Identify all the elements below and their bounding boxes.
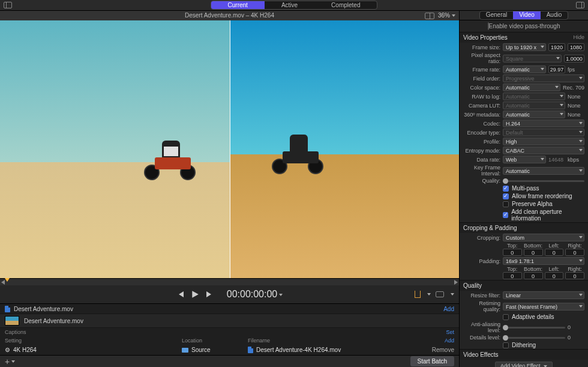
output-row[interactable]: ⚙4K H264 Source Desert Adventure-4K H264…: [0, 345, 459, 355]
effects-header: Video Effects: [463, 351, 499, 358]
pad-top[interactable]: 0: [503, 272, 522, 279]
batch-area: Desert Adventure.mov Add Desert Adventur…: [0, 303, 459, 355]
inspector-tabs[interactable]: General Video Audio: [479, 11, 569, 20]
pixel-aspect-select: Square: [503, 55, 562, 62]
preview-titlebar: Desert Adventure.mov – 4K H264 36%: [0, 11, 459, 20]
crop-top[interactable]: 0: [503, 249, 522, 256]
passthrough-checkbox[interactable]: [488, 22, 489, 30]
profile-select[interactable]: High: [503, 138, 584, 145]
chevron-down-icon: [11, 360, 15, 363]
cropping-select[interactable]: Custom: [503, 234, 584, 241]
remove-output-button[interactable]: Remove: [424, 347, 454, 353]
col-filename: Filename: [248, 338, 424, 344]
hide-button[interactable]: Hide: [573, 34, 584, 41]
play-button[interactable]: [191, 290, 199, 299]
frame-size-select[interactable]: Up to 1920 x 1080: [503, 43, 546, 51]
preview-title: Desert Adventure.mov – 4K H264: [185, 12, 274, 19]
entropy-select[interactable]: CABAC: [503, 147, 584, 154]
add-batch-button[interactable]: Add: [443, 306, 454, 312]
pad-left[interactable]: 0: [545, 272, 564, 279]
tab-completed[interactable]: Completed: [314, 1, 377, 9]
retiming-select[interactable]: Fast (Nearest Frame): [503, 303, 584, 311]
color-space-select[interactable]: Automatic: [503, 83, 560, 91]
next-frame-button[interactable]: [205, 290, 214, 299]
dithering-checkbox[interactable]: [503, 342, 509, 348]
add-output-button[interactable]: Add: [424, 338, 454, 344]
col-setting: Setting: [5, 338, 182, 344]
crop-left[interactable]: 0: [545, 249, 564, 256]
alpha-checkbox[interactable]: [503, 201, 509, 207]
prev-frame-button[interactable]: [176, 290, 185, 299]
sidebar-toggle-icon[interactable]: [4, 2, 12, 8]
width-field[interactable]: 1920: [548, 43, 565, 51]
add-button[interactable]: +: [5, 357, 10, 366]
encoder-select: Default: [503, 129, 584, 136]
footer: + Start Batch: [0, 355, 459, 367]
pad-right[interactable]: 0: [565, 272, 584, 279]
set-captions-button[interactable]: Set: [424, 329, 454, 335]
compare-icon[interactable]: [436, 291, 444, 297]
crop-right[interactable]: 0: [565, 249, 584, 256]
transport-controls: 00:00:00:00: [0, 285, 459, 303]
codec-select[interactable]: H.264: [503, 120, 584, 127]
marker-icon[interactable]: [415, 291, 421, 298]
zoom-level[interactable]: 36%: [438, 11, 455, 20]
view-segmented[interactable]: Current Active Completed: [211, 1, 378, 10]
video-preview: [0, 20, 459, 278]
chevron-down-icon: [544, 365, 547, 367]
data-rate-select[interactable]: Web publishing: [503, 156, 546, 163]
captions-label: Captions: [5, 329, 182, 335]
tab-current[interactable]: Current: [211, 1, 265, 9]
keyframe-select[interactable]: Automatic: [503, 167, 584, 175]
aperture-checkbox[interactable]: [503, 212, 508, 218]
inspector-toggle-icon[interactable]: [576, 2, 584, 8]
antialias-slider[interactable]: [503, 327, 565, 329]
inspector: General Video Audio Enable video pass-th…: [459, 11, 588, 367]
tab-general[interactable]: General: [480, 11, 514, 19]
adaptive-checkbox[interactable]: [503, 314, 509, 320]
main-toolbar: Current Active Completed: [0, 0, 588, 11]
playhead[interactable]: [5, 278, 10, 282]
job-name: Desert Adventure.mov: [24, 318, 83, 324]
quality-slider[interactable]: [503, 180, 584, 182]
tab-audio[interactable]: Audio: [541, 11, 568, 19]
meta360-select[interactable]: Automatic: [503, 111, 565, 118]
job-row[interactable]: Desert Adventure.mov: [0, 314, 459, 328]
padding-select[interactable]: 16x9 1.78:1: [503, 257, 584, 265]
pixel-aspect-field: 1.0000: [564, 55, 584, 62]
chevron-down-icon: [452, 14, 455, 17]
crop-bottom[interactable]: 0: [524, 249, 543, 256]
batch-name: Desert Adventure.mov: [14, 306, 73, 312]
document-icon: [5, 306, 10, 312]
height-field[interactable]: 1080: [568, 43, 584, 51]
resize-select[interactable]: Linear: [503, 291, 584, 299]
fps-field[interactable]: 29.97: [548, 65, 565, 73]
quality-header: Quality: [463, 282, 482, 289]
frame-rate-select[interactable]: Automatic: [503, 65, 546, 73]
pad-bottom[interactable]: 0: [524, 272, 543, 279]
tab-video[interactable]: Video: [513, 11, 540, 19]
details-slider[interactable]: [503, 337, 565, 339]
chevron-down-icon: [427, 293, 431, 296]
chevron-down-icon: [279, 294, 283, 296]
folder-icon: [182, 348, 188, 353]
cropping-header: Cropping & Padding: [463, 225, 517, 231]
comparison-divider[interactable]: [230, 20, 230, 278]
camera-lut-select: Automatic: [503, 102, 565, 109]
add-effect-button[interactable]: Add Video Effect: [495, 362, 553, 367]
timeline[interactable]: [0, 278, 459, 285]
field-order-select: Progressive: [503, 74, 584, 82]
job-thumbnail: [5, 316, 19, 326]
document-icon: [248, 347, 253, 353]
gear-icon: ⚙: [5, 347, 10, 353]
chevron-down-icon: [451, 293, 454, 296]
col-location: Location: [182, 338, 248, 344]
timecode[interactable]: 00:00:00:00: [227, 289, 283, 300]
split-layout-icon[interactable]: [425, 13, 434, 19]
tab-active[interactable]: Active: [265, 1, 314, 9]
multipass-checkbox[interactable]: [503, 186, 509, 192]
start-batch-button[interactable]: Start Batch: [410, 356, 454, 366]
reorder-checkbox[interactable]: [503, 193, 509, 199]
video-properties-header: Video Properties: [463, 34, 508, 41]
raw-log-select: Automatic: [503, 93, 565, 100]
